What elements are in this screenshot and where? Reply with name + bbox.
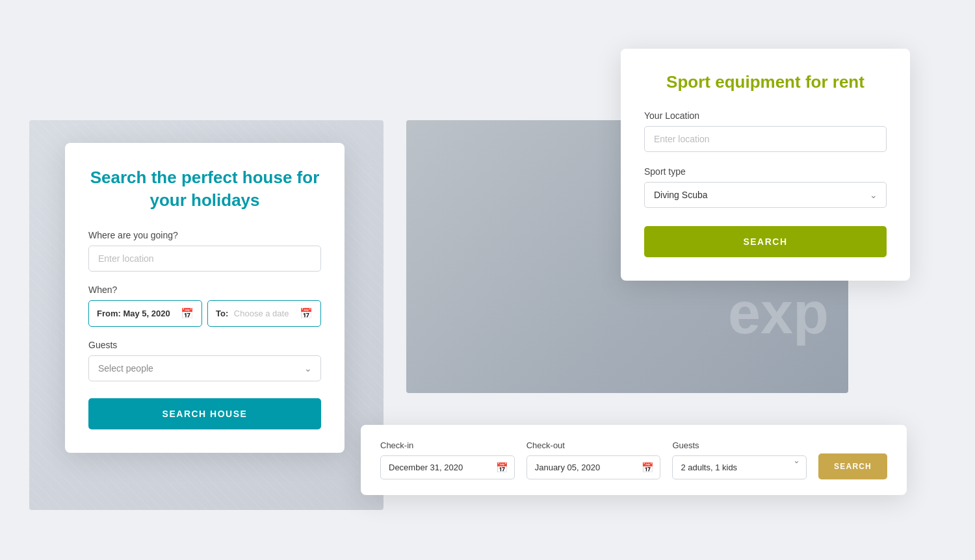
to-calendar-icon: 📅 <box>300 307 313 320</box>
guests-label: Guests <box>88 340 321 350</box>
checkin-field: Check-in 📅 <box>380 440 515 479</box>
search-sport-button[interactable]: SEARCH <box>644 226 887 257</box>
checkout-label: Check-out <box>526 440 661 450</box>
where-label: Where are you going? <box>88 230 321 240</box>
sport-equipment-card: Sport equipment for rent Your Location S… <box>621 49 910 281</box>
checkout-input[interactable] <box>526 455 661 479</box>
bottom-guests-label: Guests <box>672 440 807 450</box>
from-value: May 5, 2020 <box>123 309 170 318</box>
to-label: To: <box>216 309 228 318</box>
from-label: From: May 5, 2020 <box>97 309 170 318</box>
date-row: From: May 5, 2020 📅 To: Choose a date 📅 <box>88 300 321 327</box>
to-date-field[interactable]: To: Choose a date 📅 <box>207 300 321 327</box>
to-placeholder: Choose a date <box>234 309 289 318</box>
guests-select[interactable]: Select people 1 adult 2 adults 2 adults,… <box>88 355 321 381</box>
search-house-button[interactable]: SEARCH HOUSE <box>88 398 321 429</box>
bottom-guests-select[interactable]: 1 adult 2 adults 2 adults, 1 kids 2 adul… <box>672 455 807 479</box>
when-label: When? <box>88 285 321 295</box>
location-input[interactable] <box>88 246 321 272</box>
page-wrapper: En H exp Search the perfect house for yo… <box>0 0 975 560</box>
bottom-search-card: Check-in 📅 Check-out 📅 Guests 1 adult 2 … <box>361 425 907 495</box>
checkout-field: Check-out 📅 <box>526 440 661 479</box>
checkin-label: Check-in <box>380 440 515 450</box>
house-search-card: Search the perfect house for your holida… <box>65 143 344 453</box>
sport-location-label: Your Location <box>644 110 887 121</box>
checkin-input[interactable] <box>380 455 515 479</box>
from-date-field[interactable]: From: May 5, 2020 📅 <box>88 300 202 327</box>
sport-type-select-wrapper: Diving Scuba Surfing Skiing Cycling ⌄ <box>644 182 887 208</box>
checkout-input-wrapper: 📅 <box>526 455 661 479</box>
sport-card-title: Sport equipment for rent <box>644 72 887 92</box>
sport-location-input[interactable] <box>644 126 887 152</box>
bottom-search-button[interactable]: SEARCH <box>818 453 887 479</box>
from-calendar-icon: 📅 <box>181 307 194 320</box>
sport-type-select[interactable]: Diving Scuba Surfing Skiing Cycling <box>644 182 887 208</box>
sport-type-label: Sport type <box>644 166 887 177</box>
checkin-input-wrapper: 📅 <box>380 455 515 479</box>
bottom-guests-wrapper: Guests 1 adult 2 adults 2 adults, 1 kids… <box>672 440 807 479</box>
house-card-title: Search the perfect house for your holida… <box>88 166 321 212</box>
guests-select-wrapper: Select people 1 adult 2 adults 2 adults,… <box>88 355 321 381</box>
